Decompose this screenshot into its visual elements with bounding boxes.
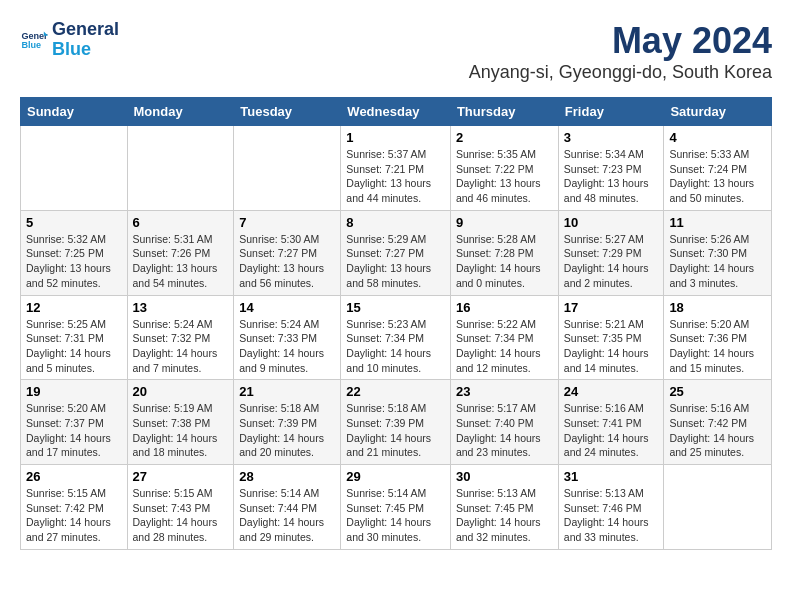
day-cell [234,126,341,211]
day-cell: 6Sunrise: 5:31 AMSunset: 7:26 PMDaylight… [127,210,234,295]
day-info: Sunrise: 5:24 AMSunset: 7:32 PMDaylight:… [133,317,229,376]
weekday-header-sunday: Sunday [21,98,128,126]
day-number: 14 [239,300,335,315]
day-number: 18 [669,300,766,315]
day-cell: 9Sunrise: 5:28 AMSunset: 7:28 PMDaylight… [450,210,558,295]
day-info: Sunrise: 5:20 AMSunset: 7:36 PMDaylight:… [669,317,766,376]
day-info: Sunrise: 5:30 AMSunset: 7:27 PMDaylight:… [239,232,335,291]
day-cell: 7Sunrise: 5:30 AMSunset: 7:27 PMDaylight… [234,210,341,295]
day-number: 16 [456,300,553,315]
day-info: Sunrise: 5:32 AMSunset: 7:25 PMDaylight:… [26,232,122,291]
day-cell: 14Sunrise: 5:24 AMSunset: 7:33 PMDayligh… [234,295,341,380]
day-number: 24 [564,384,659,399]
logo: General Blue General Blue [20,20,119,60]
day-number: 6 [133,215,229,230]
day-cell: 26Sunrise: 5:15 AMSunset: 7:42 PMDayligh… [21,465,128,550]
day-cell: 4Sunrise: 5:33 AMSunset: 7:24 PMDaylight… [664,126,772,211]
day-info: Sunrise: 5:16 AMSunset: 7:41 PMDaylight:… [564,401,659,460]
day-number: 28 [239,469,335,484]
week-row-3: 12Sunrise: 5:25 AMSunset: 7:31 PMDayligh… [21,295,772,380]
day-cell: 19Sunrise: 5:20 AMSunset: 7:37 PMDayligh… [21,380,128,465]
day-cell: 25Sunrise: 5:16 AMSunset: 7:42 PMDayligh… [664,380,772,465]
month-title: May 2024 [469,20,772,62]
day-number: 17 [564,300,659,315]
day-info: Sunrise: 5:17 AMSunset: 7:40 PMDaylight:… [456,401,553,460]
day-info: Sunrise: 5:23 AMSunset: 7:34 PMDaylight:… [346,317,445,376]
week-row-2: 5Sunrise: 5:32 AMSunset: 7:25 PMDaylight… [21,210,772,295]
day-cell: 2Sunrise: 5:35 AMSunset: 7:22 PMDaylight… [450,126,558,211]
day-info: Sunrise: 5:13 AMSunset: 7:45 PMDaylight:… [456,486,553,545]
day-cell [21,126,128,211]
day-number: 1 [346,130,445,145]
day-number: 15 [346,300,445,315]
day-cell: 5Sunrise: 5:32 AMSunset: 7:25 PMDaylight… [21,210,128,295]
day-info: Sunrise: 5:20 AMSunset: 7:37 PMDaylight:… [26,401,122,460]
day-cell: 22Sunrise: 5:18 AMSunset: 7:39 PMDayligh… [341,380,451,465]
day-cell: 30Sunrise: 5:13 AMSunset: 7:45 PMDayligh… [450,465,558,550]
day-cell: 28Sunrise: 5:14 AMSunset: 7:44 PMDayligh… [234,465,341,550]
day-number: 19 [26,384,122,399]
day-number: 23 [456,384,553,399]
day-cell: 27Sunrise: 5:15 AMSunset: 7:43 PMDayligh… [127,465,234,550]
day-cell: 21Sunrise: 5:18 AMSunset: 7:39 PMDayligh… [234,380,341,465]
day-number: 13 [133,300,229,315]
day-cell [664,465,772,550]
week-row-4: 19Sunrise: 5:20 AMSunset: 7:37 PMDayligh… [21,380,772,465]
location-title: Anyang-si, Gyeonggi-do, South Korea [469,62,772,83]
day-info: Sunrise: 5:29 AMSunset: 7:27 PMDaylight:… [346,232,445,291]
day-number: 29 [346,469,445,484]
day-info: Sunrise: 5:22 AMSunset: 7:34 PMDaylight:… [456,317,553,376]
svg-text:Blue: Blue [21,40,41,50]
day-info: Sunrise: 5:27 AMSunset: 7:29 PMDaylight:… [564,232,659,291]
day-number: 22 [346,384,445,399]
weekday-header-saturday: Saturday [664,98,772,126]
logo-text: General Blue [52,20,119,60]
day-info: Sunrise: 5:14 AMSunset: 7:45 PMDaylight:… [346,486,445,545]
day-number: 10 [564,215,659,230]
weekday-header-friday: Friday [558,98,664,126]
generalblue-logo-icon: General Blue [20,26,48,54]
day-cell: 31Sunrise: 5:13 AMSunset: 7:46 PMDayligh… [558,465,664,550]
weekday-header-tuesday: Tuesday [234,98,341,126]
day-info: Sunrise: 5:26 AMSunset: 7:30 PMDaylight:… [669,232,766,291]
day-cell: 12Sunrise: 5:25 AMSunset: 7:31 PMDayligh… [21,295,128,380]
day-number: 27 [133,469,229,484]
day-info: Sunrise: 5:24 AMSunset: 7:33 PMDaylight:… [239,317,335,376]
weekday-header-wednesday: Wednesday [341,98,451,126]
day-number: 31 [564,469,659,484]
day-cell: 16Sunrise: 5:22 AMSunset: 7:34 PMDayligh… [450,295,558,380]
day-number: 4 [669,130,766,145]
day-number: 30 [456,469,553,484]
day-number: 21 [239,384,335,399]
day-info: Sunrise: 5:31 AMSunset: 7:26 PMDaylight:… [133,232,229,291]
day-cell: 23Sunrise: 5:17 AMSunset: 7:40 PMDayligh… [450,380,558,465]
day-cell: 15Sunrise: 5:23 AMSunset: 7:34 PMDayligh… [341,295,451,380]
day-cell: 1Sunrise: 5:37 AMSunset: 7:21 PMDaylight… [341,126,451,211]
day-number: 20 [133,384,229,399]
day-info: Sunrise: 5:33 AMSunset: 7:24 PMDaylight:… [669,147,766,206]
day-info: Sunrise: 5:15 AMSunset: 7:42 PMDaylight:… [26,486,122,545]
day-number: 9 [456,215,553,230]
week-row-5: 26Sunrise: 5:15 AMSunset: 7:42 PMDayligh… [21,465,772,550]
day-number: 2 [456,130,553,145]
day-number: 11 [669,215,766,230]
day-number: 26 [26,469,122,484]
day-cell: 29Sunrise: 5:14 AMSunset: 7:45 PMDayligh… [341,465,451,550]
day-cell: 8Sunrise: 5:29 AMSunset: 7:27 PMDaylight… [341,210,451,295]
day-number: 5 [26,215,122,230]
day-cell: 13Sunrise: 5:24 AMSunset: 7:32 PMDayligh… [127,295,234,380]
day-number: 7 [239,215,335,230]
day-info: Sunrise: 5:37 AMSunset: 7:21 PMDaylight:… [346,147,445,206]
day-info: Sunrise: 5:25 AMSunset: 7:31 PMDaylight:… [26,317,122,376]
day-info: Sunrise: 5:16 AMSunset: 7:42 PMDaylight:… [669,401,766,460]
day-cell: 11Sunrise: 5:26 AMSunset: 7:30 PMDayligh… [664,210,772,295]
day-cell: 24Sunrise: 5:16 AMSunset: 7:41 PMDayligh… [558,380,664,465]
day-info: Sunrise: 5:15 AMSunset: 7:43 PMDaylight:… [133,486,229,545]
day-info: Sunrise: 5:34 AMSunset: 7:23 PMDaylight:… [564,147,659,206]
day-cell: 17Sunrise: 5:21 AMSunset: 7:35 PMDayligh… [558,295,664,380]
day-cell: 10Sunrise: 5:27 AMSunset: 7:29 PMDayligh… [558,210,664,295]
day-info: Sunrise: 5:35 AMSunset: 7:22 PMDaylight:… [456,147,553,206]
day-cell [127,126,234,211]
weekday-header-row: SundayMondayTuesdayWednesdayThursdayFrid… [21,98,772,126]
day-info: Sunrise: 5:28 AMSunset: 7:28 PMDaylight:… [456,232,553,291]
